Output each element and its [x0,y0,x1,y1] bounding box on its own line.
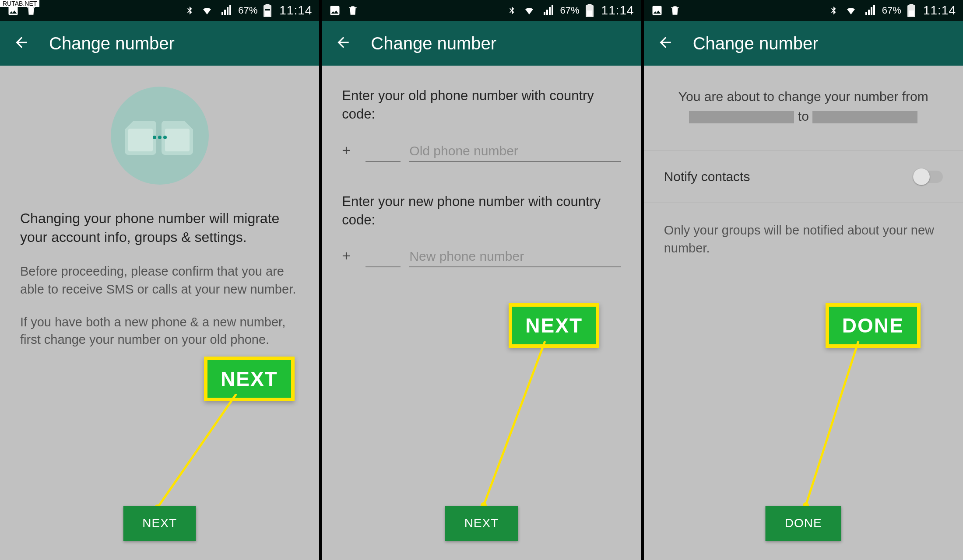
battery-percent: 67% [560,5,580,16]
new-country-code-input[interactable] [366,246,401,267]
screen-2: 67% 11:14 Change number Enter your old p… [322,0,643,560]
next-button[interactable]: NEXT [123,506,196,541]
svg-line-9 [484,341,545,505]
plus-prefix: + [342,247,357,264]
done-button[interactable]: DONE [766,506,841,541]
confirm-text: You are about to change your number from… [664,87,943,126]
delete-icon [669,5,681,16]
statusbar: 67% 11:14 [322,0,641,21]
next-annotation: NEXT [509,303,599,348]
appbar: Change number [644,21,963,66]
image-icon [329,4,341,17]
delete-icon [347,5,358,16]
old-number-redacted [689,111,794,123]
divider [644,150,963,151]
intro-para-2: If you have both a new phone & a new num… [20,313,299,349]
battery-icon [907,4,915,17]
image-icon [651,4,663,17]
signal-icon [542,5,554,16]
intro-lead: Changing your phone number will migrate … [20,209,299,247]
new-number-redacted [812,111,917,123]
svg-rect-2 [165,129,190,151]
clock: 11:14 [279,4,312,18]
divider [644,203,963,203]
new-phone-input[interactable] [409,246,621,267]
plus-prefix: + [342,142,357,159]
wifi-icon [523,5,536,16]
wifi-icon [844,5,858,16]
svg-line-6 [158,394,236,508]
back-icon[interactable] [657,34,674,52]
old-country-code-input[interactable] [366,141,401,162]
screen-1: 67% 11:14 Change number [0,0,322,560]
signal-icon [864,5,876,16]
notify-contacts-toggle[interactable] [913,171,943,183]
clock: 11:14 [601,4,634,18]
battery-percent: 67% [238,5,257,16]
svg-point-3 [153,136,156,139]
bluetooth-icon [185,4,194,17]
old-number-label: Enter your old phone number with country… [342,87,621,123]
bluetooth-icon [507,4,517,17]
battery-percent: 67% [882,5,901,16]
intro-para-1: Before proceeding, please confirm that y… [20,262,299,298]
svg-point-4 [158,136,162,139]
page-title: Change number [49,34,175,53]
page-title: Change number [693,34,819,53]
page-title: Change number [371,34,496,53]
sim-swap-graphic [111,87,209,185]
next-annotation: NEXT [204,357,295,401]
svg-rect-1 [128,129,153,151]
notify-contacts-label: Notify contacts [664,169,750,184]
new-number-label: Enter your new phone number with country… [342,192,621,229]
appbar: Change number [322,21,641,66]
svg-rect-0 [265,10,270,16]
statusbar: 67% 11:14 [0,0,319,21]
battery-icon [264,4,271,17]
watermark: RUTAB.NET [0,0,39,7]
wifi-icon [200,5,214,16]
done-annotation: DONE [826,303,921,348]
back-icon[interactable] [13,34,30,52]
clock: 11:14 [923,4,956,18]
screen-3: 67% 11:14 Change number You are about to… [644,0,963,560]
bluetooth-icon [829,4,838,17]
old-phone-input[interactable] [409,141,621,162]
svg-point-5 [163,136,167,139]
appbar: Change number [0,21,319,66]
battery-icon [586,4,594,17]
next-button[interactable]: NEXT [445,506,518,541]
signal-icon [220,5,232,16]
svg-line-12 [806,341,858,505]
back-icon[interactable] [335,34,351,52]
statusbar: 67% 11:14 [644,0,963,21]
notify-description: Only your groups will be notified about … [664,221,943,257]
